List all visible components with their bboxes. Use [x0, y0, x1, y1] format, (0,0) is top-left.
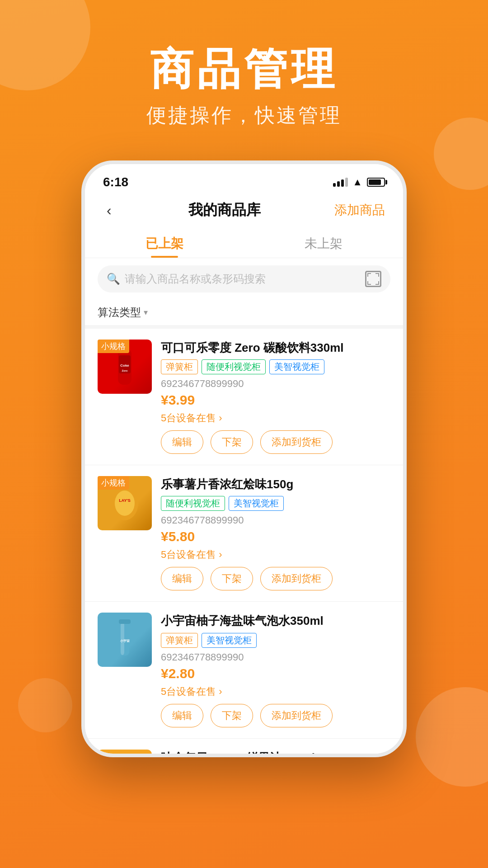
add-to-cabinet-button[interactable]: 添加到货柜	[260, 567, 333, 590]
filter-arrow-icon: ▾	[144, 307, 148, 317]
edit-button[interactable]: 编辑	[161, 704, 203, 727]
add-to-cabinet-button[interactable]: 添加到货柜	[260, 430, 333, 454]
tab-unlisted[interactable]: 未上架	[244, 228, 403, 258]
svg-rect-3	[378, 273, 379, 277]
hero-subtitle: 便捷操作，快速管理	[0, 102, 488, 129]
product-list: Coke Zero 小规格 可口可乐零度 Zero 碳酸饮料330ml 弹簧柜 …	[85, 329, 403, 754]
product-image-wrap: Coke Zero 小规格	[98, 340, 152, 454]
product-tag: 随便利视觉柜	[202, 359, 266, 374]
svg-rect-7	[378, 281, 379, 285]
search-icon: 🔍	[107, 273, 120, 285]
status-time: 6:18	[103, 175, 128, 189]
product-barcode: 692346778899990	[161, 514, 390, 526]
filter-bar[interactable]: 算法类型 ▾	[85, 300, 403, 329]
add-product-button[interactable]: 添加商品	[334, 202, 385, 219]
product-info: 乐事薯片香浓红烩味150g 随便利视觉柜 美智视觉柜 6923467788999…	[161, 476, 390, 590]
edit-button[interactable]: 编辑	[161, 430, 203, 454]
svg-text:Coke: Coke	[120, 363, 129, 368]
product-row: Coke Zero 小规格 可口可乐零度 Zero 碳酸饮料330ml 弹簧柜 …	[98, 340, 390, 454]
battery-icon	[367, 178, 385, 187]
delist-button[interactable]: 下架	[211, 567, 253, 590]
product-info: 可口可乐零度 Zero 碳酸饮料330ml 弹簧柜 随便利视觉柜 美智视觉柜 6…	[161, 340, 390, 454]
product-row: 味全 味全每日C100%鲜果汁330ml 弹簧柜 随便利视觉柜 美智视觉柜	[98, 750, 390, 754]
product-image-wrap: LAY'S 小规格	[98, 476, 152, 590]
svg-text:Zero: Zero	[122, 369, 127, 372]
phone-mockup: 6:18 ▲ ‹ 我的商品库 添加	[81, 160, 407, 757]
svg-point-13	[115, 491, 135, 516]
svg-rect-17	[119, 619, 131, 624]
product-item: 小宇宙 小宇宙柚子海盐味气泡水350ml 弹簧柜 美智视觉柜 692346778…	[85, 602, 403, 738]
product-row: LAY'S 小规格 乐事薯片香浓红烩味150g 随便利视觉柜 美智视觉柜 6	[98, 476, 390, 590]
signal-icon	[333, 178, 348, 187]
search-bar: 🔍 请输入商品名称或条形码搜索	[98, 265, 390, 292]
svg-text:小宇宙: 小宇宙	[120, 639, 130, 642]
product-price: ¥3.99	[161, 392, 390, 408]
product-actions: 编辑 下架 添加到货柜	[161, 430, 390, 454]
battery-fill	[369, 179, 381, 185]
svg-rect-16	[121, 622, 124, 655]
wifi-icon: ▲	[352, 176, 362, 188]
product-row: 小宇宙 小宇宙柚子海盐味气泡水350ml 弹簧柜 美智视觉柜 692346778…	[98, 613, 390, 727]
product-image-wrap: 味全	[98, 750, 152, 754]
svg-rect-1	[367, 273, 368, 277]
page-title: 我的商品库	[188, 200, 261, 220]
product-name: 可口可乐零度 Zero 碳酸饮料330ml	[161, 340, 390, 356]
scan-icon[interactable]	[365, 271, 381, 287]
nav-bar: ‹ 我的商品库 添加商品	[85, 193, 403, 228]
product-tags: 随便利视觉柜 美智视觉柜	[161, 496, 390, 511]
search-input[interactable]: 请输入商品名称或条形码搜索	[125, 272, 361, 286]
product-name: 乐事薯片香浓红烩味150g	[161, 476, 390, 492]
delist-button[interactable]: 下架	[211, 430, 253, 454]
product-tag: 美智视觉柜	[269, 359, 324, 374]
product-item: 味全 味全每日C100%鲜果汁330ml 弹簧柜 随便利视觉柜 美智视觉柜	[85, 739, 403, 754]
product-item: Coke Zero 小规格 可口可乐零度 Zero 碳酸饮料330ml 弹簧柜 …	[85, 329, 403, 465]
product-tag: 弹簧柜	[161, 633, 198, 648]
edit-button[interactable]: 编辑	[161, 567, 203, 590]
product-tag: 美智视觉柜	[229, 496, 284, 511]
svg-text:LAY'S: LAY'S	[119, 498, 130, 503]
product-info: 小宇宙柚子海盐味气泡水350ml 弹簧柜 美智视觉柜 6923467788999…	[161, 613, 390, 727]
product-image: 小宇宙	[98, 613, 152, 667]
tabs: 已上架 未上架	[85, 228, 403, 258]
status-icons: ▲	[333, 176, 385, 188]
delist-button[interactable]: 下架	[211, 704, 253, 727]
status-bar: 6:18 ▲	[85, 164, 403, 193]
product-info: 味全每日C100%鲜果汁330ml 弹簧柜 随便利视觉柜 美智视觉柜 69234…	[161, 750, 390, 754]
product-tags: 弹簧柜 美智视觉柜	[161, 633, 390, 648]
product-actions: 编辑 下架 添加到货柜	[161, 567, 390, 590]
svg-rect-5	[367, 281, 368, 285]
product-image: 味全	[98, 750, 152, 754]
product-tag: 随便利视觉柜	[161, 496, 225, 511]
add-to-cabinet-button[interactable]: 添加到货柜	[260, 704, 333, 727]
product-barcode: 692346778899990	[161, 651, 390, 663]
product-tag: 美智视觉柜	[202, 633, 257, 648]
product-name: 味全每日C100%鲜果汁330ml	[161, 750, 390, 754]
product-actions: 编辑 下架 添加到货柜	[161, 704, 390, 727]
tab-listed[interactable]: 已上架	[85, 228, 244, 258]
product-item: LAY'S 小规格 乐事薯片香浓红烩味150g 随便利视觉柜 美智视觉柜 6	[85, 465, 403, 602]
filter-label: 算法类型	[98, 305, 141, 320]
product-badge: 小规格	[98, 476, 129, 490]
product-name: 小宇宙柚子海盐味气泡水350ml	[161, 613, 390, 629]
phone-wrapper: 6:18 ▲ ‹ 我的商品库 添加	[0, 160, 488, 757]
product-devices[interactable]: 5台设备在售 ›	[161, 548, 390, 561]
product-tags: 弹簧柜 随便利视觉柜 美智视觉柜	[161, 359, 390, 374]
product-price: ¥2.80	[161, 666, 390, 681]
product-badge: 小规格	[98, 340, 129, 353]
product-price: ¥5.80	[161, 529, 390, 544]
phone-inner: 6:18 ▲ ‹ 我的商品库 添加	[85, 164, 403, 754]
product-barcode: 692346778899990	[161, 378, 390, 390]
product-image-wrap: 小宇宙	[98, 613, 152, 727]
product-devices[interactable]: 5台设备在售 ›	[161, 411, 390, 425]
product-devices[interactable]: 5台设备在售 ›	[161, 685, 390, 698]
back-button[interactable]: ‹	[103, 198, 115, 222]
bg-circle-bottomleft	[18, 678, 72, 732]
product-tag: 弹簧柜	[161, 359, 198, 374]
search-area: 🔍 请输入商品名称或条形码搜索	[85, 258, 403, 300]
